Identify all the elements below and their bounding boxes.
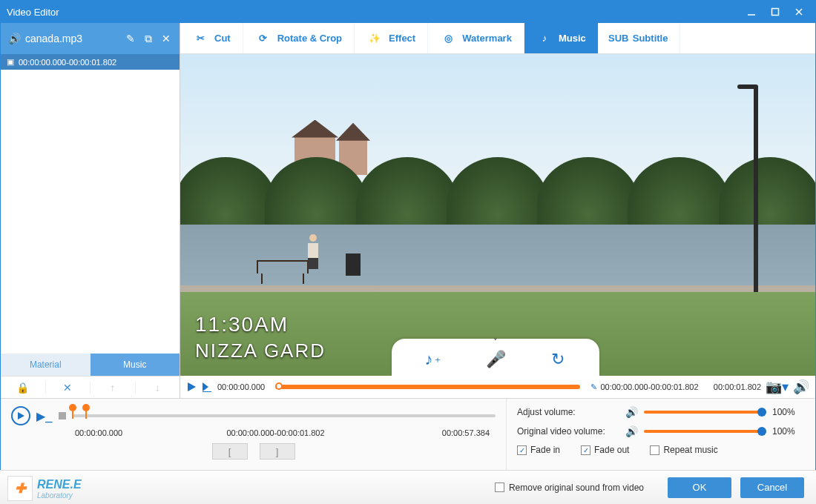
orig-volume-speaker-icon[interactable]: 🔊 [625,425,638,437]
window-title: Video Editor [7,7,741,18]
step-in-icon[interactable] [201,382,213,392]
volume-icon[interactable]: 🔊 [793,379,809,395]
sidebar-header: 🔊 canada.mp3 ✎ ⧉ ✕ [1,23,180,54]
tool-cut[interactable]: ✂Cut [180,23,243,53]
music-step-icon[interactable]: ▶⎯ [36,409,53,423]
add-music-icon[interactable]: ♪＋ [423,349,444,370]
music-track[interactable] [72,408,496,423]
timeline-thumb[interactable] [275,382,283,390]
subtitle-icon: SUB [611,30,627,47]
timeline-track[interactable] [275,385,580,389]
pencil-icon[interactable]: ✎ [590,382,597,392]
bracket-in-button[interactable]: [ [212,443,248,460]
clip-item[interactable]: ▣ 00:00:00.000-00:00:01.802 [1,54,180,70]
marker-start[interactable] [72,408,73,419]
adjust-volume-slider[interactable] [644,411,766,414]
ok-button[interactable]: OK [668,477,731,498]
fade-out-checkbox[interactable]: ✓Fade out [581,445,629,455]
orig-volume-pct: 100% [772,426,805,437]
timeline: 00:00:00.000 ✎00:00:00.000-00:00:01.802 … [180,376,815,398]
move-down-icon[interactable]: ↓ [136,382,180,394]
video-preview: 11:30AM NIZZA GARD ♪＋ 🎤 ↻ [180,54,815,376]
orig-volume-slider[interactable] [644,430,766,433]
content-area: ✂Cut ⟳Rotate & Crop ✨Effect ◎Watermark ♪… [180,23,815,398]
adjust-volume-pct: 100% [772,407,805,417]
svg-marker-7 [18,412,24,420]
overlay-line1: 11:30AM [195,313,326,336]
logo-icon: ✚ [7,476,33,501]
scissors-icon: ✂ [192,30,208,47]
watermark-icon: ◎ [440,30,456,47]
footer: ✚ RENE.ELaboratory Remove original sound… [0,470,816,504]
edit-icon[interactable]: ✎ [125,33,136,44]
copy-icon[interactable]: ⧉ [142,33,154,44]
effect-icon: ✨ [366,30,383,47]
music-icon: ♪ [536,30,553,47]
minimize-button[interactable] [741,4,762,20]
overlay-text: 11:30AM NIZZA GARD [195,313,326,362]
orig-volume-label: Original video volume: [517,426,619,437]
refresh-icon[interactable]: ↻ [547,349,568,370]
bracket-out-button[interactable]: ] [260,443,295,460]
sidebar: 🔊 canada.mp3 ✎ ⧉ ✕ ▣ 00:00:00.000-00:00:… [1,23,180,398]
timeline-range: ✎00:00:00.000-00:00:01.802 [590,382,698,392]
sidebar-list: ▣ 00:00:00.000-00:00:01.802 [1,54,180,354]
music-float-panel: ♪＋ 🎤 ↻ [392,339,599,376]
lock-icon[interactable]: 🔒 [1,382,46,394]
adjust-volume-label: Adjust volume: [517,407,619,417]
tool-music[interactable]: ♪Music [524,23,599,53]
music-t0: 00:00:00.000 [11,428,159,437]
clip-range: 00:00:00.000-00:00:01.802 [19,58,116,67]
music-stop-button[interactable] [59,412,66,420]
close-button[interactable] [789,4,809,20]
svg-marker-4 [188,382,196,391]
timeline-start: 00:00:00.000 [217,382,265,391]
move-up-icon[interactable]: ↑ [91,382,136,394]
music-range: 00:00:00.000-00:00:01.802 [159,428,392,437]
music-play-button[interactable] [11,406,30,425]
music-tend: 00:00:57.384 [392,428,496,437]
fade-in-checkbox[interactable]: ✓Fade in [517,445,560,455]
snapshot-icon[interactable]: 📷▾ [766,379,789,395]
tool-watermark[interactable]: ◎Watermark [428,23,524,53]
tab-music[interactable]: Music [91,354,180,376]
marker-end[interactable] [85,408,87,419]
add-voice-icon[interactable]: 🎤 [485,349,506,370]
tab-material[interactable]: Material [1,354,91,376]
overlay-line2: NIZZA GARD [195,339,326,362]
adjust-volume-speaker-icon[interactable]: 🔊 [625,406,638,418]
clip-icon: ▣ [7,57,14,67]
tool-effect[interactable]: ✨Effect [355,23,428,53]
brand-logo: ✚ RENE.ELaboratory [7,476,82,501]
svg-rect-6 [203,391,211,392]
remove-icon[interactable]: ✕ [160,33,172,44]
timeline-end: 00:00:01.802 [714,382,761,391]
maximize-button[interactable] [765,4,786,20]
svg-marker-5 [203,382,208,391]
tool-rotate-crop[interactable]: ⟳Rotate & Crop [243,23,355,53]
file-name: canada.mp3 [25,33,82,44]
svg-rect-1 [772,9,779,16]
speaker-icon: 🔊 [8,33,21,44]
toolbar: ✂Cut ⟳Rotate & Crop ✨Effect ◎Watermark ♪… [180,23,815,54]
title-bar: Video Editor [1,1,815,23]
cancel-button[interactable]: Cancel [740,477,804,498]
remove-sound-checkbox[interactable]: Remove original sound from video [495,483,644,493]
tool-subtitle[interactable]: SUBSubtitle [599,23,681,53]
rotate-icon: ⟳ [255,30,272,47]
play-icon[interactable] [186,382,197,392]
delete-icon[interactable]: ✕ [46,382,91,394]
repeat-music-checkbox[interactable]: Repeat music [650,445,717,455]
